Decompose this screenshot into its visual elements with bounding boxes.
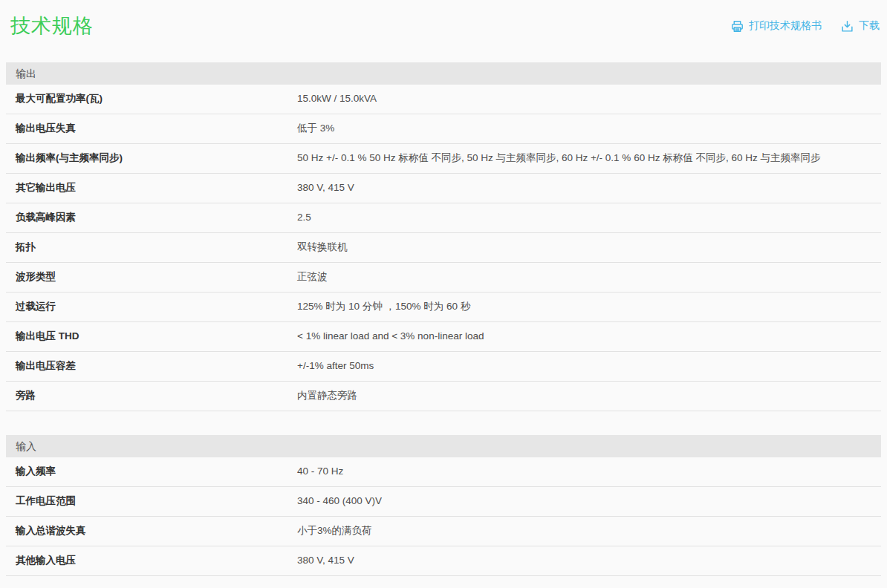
spec-value: 40 - 70 Hz <box>297 465 881 478</box>
spec-label: 工作电压范围 <box>6 494 297 508</box>
table-row: 拓扑 双转换联机 <box>6 233 881 263</box>
spec-label: 输入频率 <box>6 465 297 478</box>
spec-page: 技术规格 打印技术规格书 <box>0 0 887 588</box>
spec-value: < 1% linear load and < 3% non-linear loa… <box>297 330 881 343</box>
spec-label: 输出电压失真 <box>6 122 297 135</box>
spec-label: 输入总谐波失真 <box>6 524 297 538</box>
spec-value: 380 V, 415 V <box>297 554 881 567</box>
table-row: 输出频率(与主频率同步) 50 Hz +/- 0.1 % 50 Hz 标称值 不… <box>6 144 881 174</box>
page-title: 技术规格 <box>10 13 94 39</box>
spec-label: 输出电压容差 <box>6 359 297 373</box>
spec-label: 过载运行 <box>6 300 297 313</box>
download-icon <box>841 20 854 33</box>
section-rows: 输入频率 40 - 70 Hz 工作电压范围 340 - 460 (400 V)… <box>6 457 881 576</box>
spec-label: 其它输出电压 <box>6 181 297 195</box>
spec-value: 正弦波 <box>297 270 881 284</box>
spec-value: 2.5 <box>297 211 881 224</box>
table-row: 输入频率 40 - 70 Hz <box>6 457 881 487</box>
spec-label: 波形类型 <box>6 270 297 284</box>
table-row: 旁路 内置静态旁路 <box>6 382 881 411</box>
table-row: 工作电压范围 340 - 460 (400 V)V <box>6 487 881 517</box>
section-header-output: 输出 <box>6 62 881 85</box>
spec-value: 380 V, 415 V <box>297 181 881 195</box>
spec-label: 拓扑 <box>6 241 297 254</box>
spec-label: 输出频率(与主频率同步) <box>6 151 297 165</box>
spec-label: 输出电压 THD <box>6 330 297 343</box>
section-input: 输入 输入频率 40 - 70 Hz 工作电压范围 340 - 460 (400… <box>6 435 881 576</box>
spec-value: 低于 3% <box>297 122 881 135</box>
spec-value: +/-1% after 50ms <box>297 359 881 373</box>
section-rows: 最大可配置功率(瓦) 15.0kW / 15.0kVA 输出电压失真 低于 3%… <box>6 85 881 411</box>
table-row: 最大可配置功率(瓦) 15.0kW / 15.0kVA <box>6 85 881 114</box>
spec-label: 最大可配置功率(瓦) <box>6 92 297 105</box>
section-header-input: 输入 <box>6 435 881 457</box>
spec-value: 15.0kW / 15.0kVA <box>297 92 881 105</box>
print-spec-link[interactable]: 打印技术规格书 <box>731 19 822 33</box>
download-link[interactable]: 下载 <box>841 19 880 33</box>
download-label: 下载 <box>859 19 880 33</box>
action-links: 打印技术规格书 下载 <box>731 19 880 33</box>
printer-icon <box>731 20 744 33</box>
table-row: 输入总谐波失真 小于3%的满负荷 <box>6 517 881 546</box>
spec-label: 负载高峰因素 <box>6 211 297 224</box>
spec-value: 双转换联机 <box>297 241 881 254</box>
table-row: 其它输出电压 380 V, 415 V <box>6 174 881 203</box>
spec-value: 50 Hz +/- 0.1 % 50 Hz 标称值 不同步, 50 Hz 与主频… <box>297 151 881 165</box>
spec-value: 125% 时为 10 分钟 ，150% 时为 60 秒 <box>297 300 881 313</box>
spec-label: 旁路 <box>6 389 297 402</box>
print-spec-label: 打印技术规格书 <box>749 19 822 33</box>
table-row: 输出电压容差 +/-1% after 50ms <box>6 352 881 382</box>
table-row: 波形类型 正弦波 <box>6 263 881 293</box>
topbar: 技术规格 打印技术规格书 <box>6 0 881 42</box>
table-row: 输出电压失真 低于 3% <box>6 114 881 144</box>
table-row: 过载运行 125% 时为 10 分钟 ，150% 时为 60 秒 <box>6 293 881 322</box>
section-output: 输出 最大可配置功率(瓦) 15.0kW / 15.0kVA 输出电压失真 低于… <box>6 62 881 411</box>
table-row: 输出电压 THD < 1% linear load and < 3% non-l… <box>6 322 881 352</box>
spec-value: 小于3%的满负荷 <box>297 524 881 538</box>
table-row: 负载高峰因素 2.5 <box>6 203 881 233</box>
table-row: 其他输入电压 380 V, 415 V <box>6 546 881 576</box>
spec-value: 340 - 460 (400 V)V <box>297 494 881 508</box>
spec-value: 内置静态旁路 <box>297 389 881 402</box>
spec-label: 其他输入电压 <box>6 554 297 567</box>
